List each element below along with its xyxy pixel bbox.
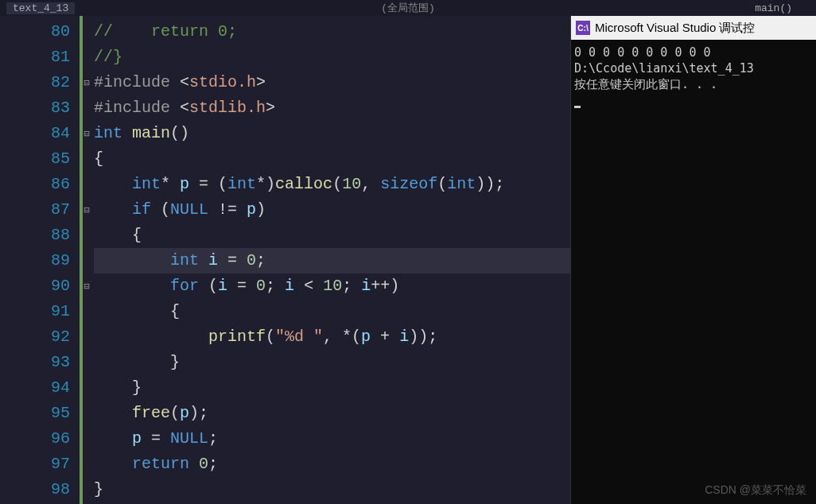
line-number: 83 xyxy=(0,95,70,121)
code-line[interactable]: printf("%d ", *(p + i)); xyxy=(94,324,570,350)
code-line[interactable]: int* p = (int*)calloc(10, sizeof(int)); xyxy=(94,172,570,197)
tab-file[interactable]: text_4_13 xyxy=(6,2,75,14)
code-line[interactable]: for (i = 0; i < 10; i++) xyxy=(94,273,570,299)
fold-collapse-icon[interactable]: ⊟ xyxy=(83,70,91,95)
console-line: 按任意键关闭此窗口. . . xyxy=(574,77,717,91)
fold-collapse-icon[interactable] xyxy=(83,223,91,248)
fold-collapse-icon[interactable] xyxy=(83,324,91,350)
fold-gutter: ⊟ ⊟ ⊟ ⊟ xyxy=(83,16,91,504)
line-number: 90 xyxy=(0,273,70,299)
code-line[interactable]: { xyxy=(94,223,570,248)
line-number: 98 xyxy=(0,477,70,502)
line-number: 80 xyxy=(0,19,70,45)
function-dropdown[interactable]: main() xyxy=(755,2,792,14)
code-line[interactable]: if (NULL != p) xyxy=(94,197,570,223)
code-line[interactable]: #include <stdio.h> xyxy=(94,70,570,95)
fold-collapse-icon[interactable] xyxy=(83,350,91,375)
scope-dropdown[interactable]: (全局范围) xyxy=(381,1,435,15)
code-line[interactable]: } xyxy=(94,350,570,375)
line-number: 91 xyxy=(0,299,70,324)
line-number: 94 xyxy=(0,375,70,401)
code-line[interactable]: } xyxy=(94,375,570,401)
line-number: 97 xyxy=(0,452,70,477)
line-number: 84 xyxy=(0,121,70,146)
code-line[interactable]: p = NULL; xyxy=(94,426,570,452)
fold-collapse-icon[interactable] xyxy=(83,401,91,426)
fold-collapse-icon[interactable] xyxy=(83,375,91,401)
console-line: D:\Ccode\lianxi\text_4_13 xyxy=(574,61,754,76)
fold-collapse-icon[interactable] xyxy=(83,299,91,324)
line-number: 92 xyxy=(0,324,70,350)
fold-collapse-icon[interactable] xyxy=(83,146,91,172)
line-number: 81 xyxy=(0,45,70,70)
line-number: 95 xyxy=(0,401,70,426)
line-number: 93 xyxy=(0,350,70,375)
fold-collapse-icon[interactable] xyxy=(83,45,91,70)
code-line[interactable]: // return 0; xyxy=(94,19,570,45)
console-line: 0 0 0 0 0 0 0 0 0 0 xyxy=(574,45,711,60)
console-title-bar[interactable]: C:\ Microsoft Visual Studio 调试控 xyxy=(571,16,816,40)
fold-collapse-icon[interactable] xyxy=(83,172,91,197)
line-number-gutter: 80 81 82 83 84 85 86 87 88 89 90 91 92 9… xyxy=(0,16,80,504)
line-number: 96 xyxy=(0,426,70,452)
line-number: 88 xyxy=(0,223,70,248)
fold-collapse-icon[interactable]: ⊟ xyxy=(83,197,91,223)
fold-collapse-icon[interactable] xyxy=(83,452,91,477)
fold-collapse-icon[interactable] xyxy=(83,19,91,45)
watermark: CSDN @菜菜不恰菜 xyxy=(705,483,806,498)
line-number: 89 xyxy=(0,248,70,273)
line-number: 87 xyxy=(0,197,70,223)
tab-bar: text_4_13 (全局范围) main() xyxy=(0,0,816,16)
code-line[interactable]: int i = 0; xyxy=(94,248,570,273)
fold-collapse-icon[interactable] xyxy=(83,426,91,452)
code-editor[interactable]: 80 81 82 83 84 85 86 87 88 89 90 91 92 9… xyxy=(0,16,571,504)
debug-console-panel: C:\ Microsoft Visual Studio 调试控 0 0 0 0 … xyxy=(571,16,816,504)
line-number: 86 xyxy=(0,172,70,197)
code-line[interactable]: return 0; xyxy=(94,452,570,477)
code-line[interactable]: } xyxy=(94,477,570,502)
fold-collapse-icon[interactable]: ⊟ xyxy=(83,121,91,146)
code-line[interactable]: //} xyxy=(94,45,570,70)
line-number: 85 xyxy=(0,146,70,172)
code-text[interactable]: // return 0; //} #include <stdio.h> #inc… xyxy=(91,16,570,504)
fold-collapse-icon[interactable]: ⊟ xyxy=(83,273,91,299)
fold-collapse-icon[interactable] xyxy=(83,248,91,273)
console-output[interactable]: 0 0 0 0 0 0 0 0 0 0 D:\Ccode\lianxi\text… xyxy=(571,40,816,504)
code-line[interactable]: int main() xyxy=(94,121,570,146)
fold-collapse-icon[interactable] xyxy=(83,95,91,121)
fold-collapse-icon[interactable] xyxy=(83,477,91,502)
vs-icon: C:\ xyxy=(576,21,590,35)
code-line[interactable]: free(p); xyxy=(94,401,570,426)
code-line[interactable]: { xyxy=(94,146,570,172)
code-line[interactable]: #include <stdlib.h> xyxy=(94,95,570,121)
console-title: Microsoft Visual Studio 调试控 xyxy=(595,21,755,36)
cursor-icon xyxy=(574,106,581,108)
line-number: 82 xyxy=(0,70,70,95)
code-line[interactable]: { xyxy=(94,299,570,324)
